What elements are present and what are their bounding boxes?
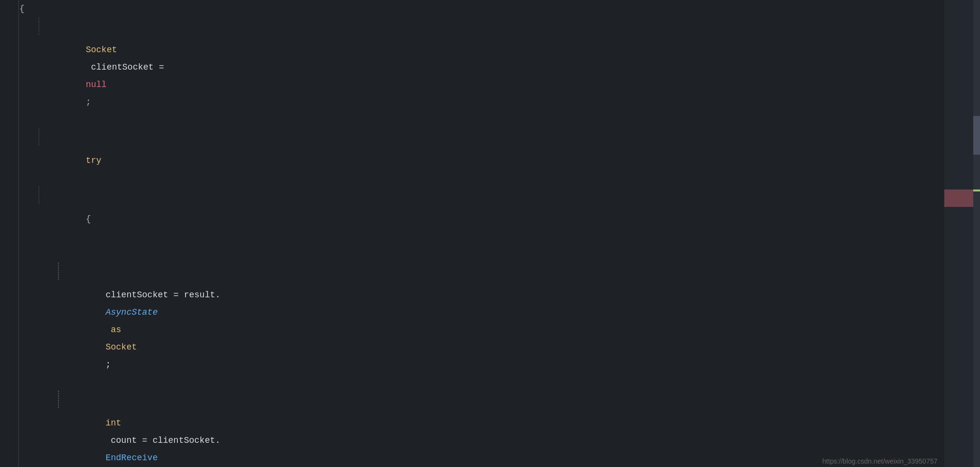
code-text: clientSocket = bbox=[86, 62, 169, 72]
minimap-highlight bbox=[944, 190, 973, 207]
keyword-socket: Socket bbox=[86, 45, 117, 55]
null-keyword: null bbox=[86, 80, 106, 89]
scrollbar-marker bbox=[973, 190, 980, 191]
semicolon: ; bbox=[86, 97, 91, 107]
open-brace: { bbox=[86, 214, 91, 224]
code-line-5: clientSocket = result. AsyncState as Soc… bbox=[19, 263, 980, 391]
socket-type: Socket bbox=[105, 342, 137, 352]
scrollbar-thumb[interactable] bbox=[973, 116, 980, 155]
async-state: AsyncState bbox=[105, 307, 158, 317]
minimap bbox=[944, 0, 973, 467]
code-text: clientSocket = result. bbox=[105, 290, 220, 300]
scrollbar[interactable] bbox=[973, 0, 980, 467]
try-keyword: try bbox=[86, 156, 101, 165]
code-line-1: { bbox=[19, 0, 980, 17]
brace: { bbox=[19, 0, 25, 17]
code-line-2: Socket clientSocket = null ; bbox=[19, 17, 980, 128]
url-bar: https://blog.csdn.net/weixin_33950757 bbox=[819, 455, 941, 467]
end-receive: EndReceive bbox=[105, 453, 158, 463]
code-text: count = clientSocket. bbox=[105, 436, 220, 445]
code-line-4: { bbox=[19, 187, 980, 245]
int-keyword: int bbox=[105, 418, 121, 428]
code-lines: { Socket clientSocket = null ; try { bbox=[0, 0, 980, 467]
code-line-3: try bbox=[19, 128, 980, 187]
semicolon: ; bbox=[105, 360, 111, 369]
as-keyword: as bbox=[105, 325, 126, 335]
code-editor: { Socket clientSocket = null ; try { bbox=[0, 0, 980, 467]
code-line-empty1 bbox=[19, 245, 980, 263]
